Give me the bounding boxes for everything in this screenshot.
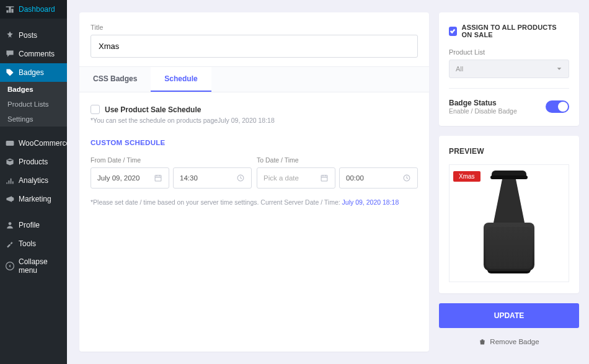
sidebar-item-woocommerce[interactable]: WooCommerce [0, 134, 67, 153]
badge-editor-card: Title CSS Badges Schedule Use Product Sa… [79, 12, 429, 352]
submenu-item-settings[interactable]: Settings [0, 112, 67, 127]
sidebar-item-label: Dashboard [19, 5, 55, 14]
pin-icon [5, 30, 15, 40]
svg-point-1 [9, 222, 12, 225]
clock-icon [402, 174, 411, 182]
chevron-down-icon [556, 66, 562, 72]
sidebar-item-label: Marketing [19, 195, 51, 203]
submenu-item-product-lists[interactable]: Product Lists [0, 97, 67, 112]
sidebar-item-label: Analytics [19, 176, 48, 185]
preview-heading: PREVIEW [449, 147, 569, 156]
badge-status-subtitle: Enable / Disable Badge [449, 107, 517, 115]
sidebar-item-label: Profile [19, 221, 40, 229]
sidebar-item-marketing[interactable]: Marketing [0, 190, 67, 208]
sidebar-item-posts[interactable]: Posts [0, 26, 67, 45]
megaphone-icon [5, 194, 15, 204]
sidebar-item-badges[interactable]: Badges [0, 63, 67, 82]
sidebar-item-label: Products [19, 158, 48, 166]
check-icon [450, 28, 456, 34]
remove-badge-link[interactable]: Remove Badge [439, 338, 579, 345]
badge-status-title: Badge Status [449, 99, 517, 107]
server-time-footnote: *Please set date / time based on your se… [91, 198, 418, 206]
collapse-icon [5, 261, 15, 271]
box-icon [5, 157, 15, 167]
woo-icon [5, 138, 15, 148]
custom-schedule-heading: CUSTOM SCHEDULE [91, 139, 418, 146]
trash-icon [479, 338, 486, 345]
svg-rect-3 [155, 175, 161, 181]
assign-all-checkbox[interactable] [449, 27, 457, 36]
sidebar-item-products[interactable]: Products [0, 153, 67, 171]
to-time-input[interactable]: 00:00 [339, 167, 418, 189]
product-list-label: Product List [449, 48, 569, 56]
sidebar-submenu: Badges Product Lists Settings [0, 82, 67, 127]
sidebar-item-dashboard[interactable]: Dashboard [0, 0, 67, 19]
sidebar-item-label: WooCommerce [19, 139, 67, 148]
calendar-icon [320, 174, 329, 182]
tab-schedule[interactable]: Schedule [151, 67, 211, 92]
use-sale-schedule-label: Use Product Sale Schedule [105, 105, 201, 114]
sidebar-item-tools[interactable]: Tools [0, 234, 67, 253]
sidebar-item-analytics[interactable]: Analytics [0, 171, 67, 190]
preview-image: Xmas [449, 164, 569, 282]
server-time-link[interactable]: July 09, 2020 18:18 [342, 198, 399, 206]
comment-icon [5, 49, 15, 59]
sidebar-item-label: Badges [19, 68, 44, 77]
submenu-item-badges[interactable]: Badges [0, 82, 67, 97]
sidebar-item-comments[interactable]: Comments [0, 45, 67, 63]
sidebar-item-label: Posts [19, 31, 37, 40]
sidebar-item-profile[interactable]: Profile [0, 216, 67, 234]
clock-icon [236, 174, 245, 182]
product-image [484, 171, 534, 276]
sidebar-item-label: Collapse menu [19, 257, 62, 275]
tools-icon [5, 239, 15, 249]
sidebar-item-label: Tools [19, 239, 36, 248]
preview-card: PREVIEW Xmas [439, 136, 579, 293]
profile-icon [5, 220, 15, 230]
svg-rect-0 [6, 141, 14, 146]
calendar-icon [154, 174, 162, 182]
badge-status-toggle[interactable] [546, 100, 569, 113]
update-button[interactable]: UPDATE [439, 303, 579, 328]
assign-all-label: ASSIGN TO ALL PRODUCTS ON SALE [462, 24, 569, 38]
preview-badge: Xmas [453, 171, 480, 182]
analytics-icon [5, 175, 15, 185]
schedule-panel: Use Product Sale Schedule *You can set t… [79, 92, 429, 221]
sidebar-item-label: Comments [19, 50, 55, 58]
svg-rect-5 [321, 175, 327, 181]
product-list-select[interactable]: All [449, 60, 569, 78]
dashboard-icon [5, 4, 15, 14]
tabs: CSS Badges Schedule [79, 66, 429, 92]
from-label: From Date / Time [91, 156, 252, 164]
sidebar-item-collapse[interactable]: Collapse menu [0, 253, 67, 279]
title-input[interactable] [91, 35, 418, 58]
tab-css-badges[interactable]: CSS Badges [79, 67, 151, 92]
to-date-input[interactable]: Pick a date [257, 167, 335, 189]
from-date-input[interactable]: July 09, 2020 [91, 167, 169, 189]
assign-card: ASSIGN TO ALL PRODUCTS ON SALE Product L… [439, 12, 579, 126]
main-area: Title CSS Badges Schedule Use Product Sa… [67, 0, 589, 364]
from-time-input[interactable]: 14:30 [173, 167, 252, 189]
title-label: Title [91, 24, 418, 31]
to-label: To Date / Time [257, 156, 418, 164]
use-sale-schedule-checkbox[interactable] [91, 105, 100, 114]
use-sale-help-text: *You can set the schedule on products pa… [91, 117, 418, 124]
admin-sidebar: Dashboard Posts Comments Badges Badges P… [0, 0, 67, 364]
tag-icon [5, 68, 15, 78]
